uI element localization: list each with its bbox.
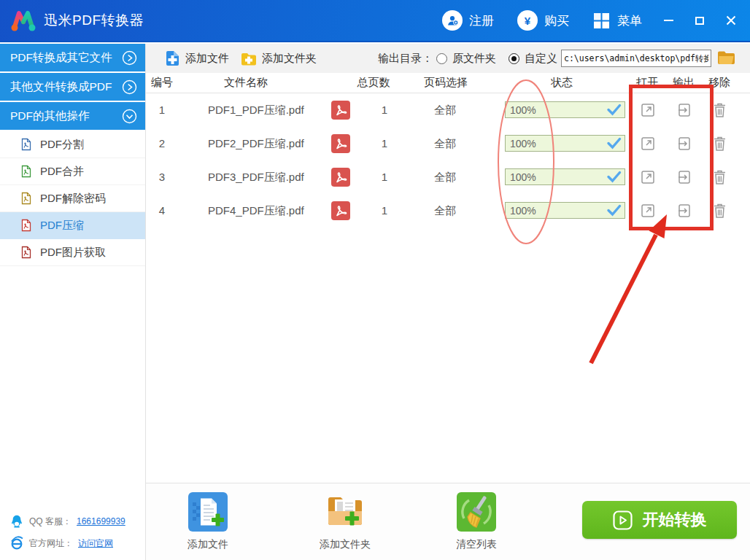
add-folder-icon <box>241 52 257 66</box>
chevron-right-circle-icon <box>122 50 137 66</box>
sidebar-footer: QQ 客服：1661699939 官方网址：访问官网 <box>9 507 125 551</box>
sidebar-item-label: PDF分割 <box>40 138 84 152</box>
open-external-icon <box>639 135 657 152</box>
progress-percent: 100% <box>510 138 536 149</box>
output-path-input[interactable] <box>561 50 711 67</box>
file-name: PDF4_PDF压缩.pdf <box>208 204 304 218</box>
app-logo-icon <box>9 7 37 34</box>
browse-folder-button[interactable] <box>717 50 735 65</box>
open-external-icon <box>639 168 657 186</box>
radio-custom-folder[interactable]: 自定义 <box>509 44 557 73</box>
remove-file-button[interactable] <box>711 202 728 219</box>
radio-off-icon <box>436 53 447 64</box>
qq-number-link[interactable]: 1661699939 <box>77 516 125 526</box>
add-folder-button[interactable]: 添加文件夹 <box>241 44 317 73</box>
pdf-doc-icon <box>20 192 32 205</box>
open-file-button[interactable] <box>639 135 657 152</box>
sidebar-section-pdf-other-ops[interactable]: PDF的其他操作 <box>0 102 145 130</box>
buy-label: 购买 <box>544 12 569 29</box>
minimize-button[interactable] <box>662 15 674 26</box>
page-count: 1 <box>382 171 387 183</box>
start-convert-label: 开始转换 <box>643 509 707 531</box>
col-header-no: 编号 <box>151 76 173 90</box>
row-number: 1 <box>159 104 165 116</box>
add-folder-big-label: 添加文件夹 <box>320 538 371 551</box>
add-folder-big-icon <box>325 492 365 532</box>
remove-file-button[interactable] <box>711 101 728 119</box>
window-controls <box>662 15 737 26</box>
check-icon <box>606 204 622 217</box>
sidebar-item-pdf-extract-images[interactable]: PDF图片获取 <box>0 239 145 266</box>
open-file-button[interactable] <box>639 101 657 119</box>
sidebar-item-label: PDF解除密码 <box>40 192 106 206</box>
sidebar-item-pdf-merge[interactable]: PDF合并 <box>0 158 145 185</box>
remove-file-button[interactable] <box>711 135 728 152</box>
row-number: 2 <box>159 137 165 149</box>
progress-bar: 100% <box>505 202 625 219</box>
grid-icon <box>592 12 611 30</box>
table-header: 编号 文件名称 总页数 页码选择 状态 打开 输出 移除 <box>146 73 750 93</box>
maximize-button[interactable] <box>694 15 705 26</box>
clear-list-big-button[interactable]: 清空列表 <box>436 492 517 551</box>
app-title: 迅米PDF转换器 <box>44 11 144 30</box>
progress-percent: 100% <box>510 104 536 116</box>
open-output-button[interactable] <box>676 168 693 186</box>
sidebar-section-pdf-to-other[interactable]: PDF转换成其它文件 <box>0 44 145 71</box>
register-button[interactable]: 注册 <box>442 10 494 31</box>
play-icon <box>613 510 633 530</box>
sidebar-section-other-to-pdf[interactable]: 其他文件转换成PDF <box>0 73 145 101</box>
sidebar-item-pdf-split[interactable]: PDF分割 <box>0 131 145 158</box>
official-site-link[interactable]: 访问官网 <box>78 537 113 550</box>
sidebar-item-label: PDF压缩 <box>40 219 84 233</box>
toolbar: 添加文件 添加文件夹 输出目录： 原文件夹 自定义 <box>146 44 750 73</box>
app-window: 迅米PDF转换器 注册 ¥ 购买 <box>0 0 750 560</box>
open-file-button[interactable] <box>639 168 657 186</box>
page-count: 1 <box>382 104 387 116</box>
sidebar-item-label: PDF合并 <box>40 165 84 179</box>
open-file-button[interactable] <box>639 202 657 219</box>
page-range: 全部 <box>434 137 456 151</box>
add-file-label: 添加文件 <box>185 52 229 66</box>
page-count: 1 <box>382 204 387 217</box>
clear-list-big-icon <box>457 492 496 532</box>
open-output-button[interactable] <box>676 101 693 119</box>
add-file-big-button[interactable]: 添加文件 <box>168 492 248 551</box>
col-header-range: 页码选择 <box>424 76 468 90</box>
progress-bar: 100% <box>505 101 625 118</box>
radio-original-folder[interactable]: 原文件夹 <box>436 44 496 73</box>
page-range: 全部 <box>434 104 456 117</box>
open-output-button[interactable] <box>676 135 693 152</box>
official-site-label: 官方网址： <box>29 537 73 550</box>
file-name: PDF1_PDF压缩.pdf <box>208 104 304 117</box>
file-name: PDF3_PDF压缩.pdf <box>208 171 304 184</box>
close-button[interactable] <box>725 15 737 26</box>
pdf-file-icon <box>331 134 350 153</box>
output-dir-label: 输出目录： <box>378 44 433 73</box>
menu-label: 菜单 <box>617 12 642 29</box>
add-file-button[interactable]: 添加文件 <box>165 44 229 73</box>
remove-file-button[interactable] <box>711 168 728 186</box>
sidebar-item-pdf-compress[interactable]: PDF压缩 <box>0 212 145 239</box>
table-row: 2 PDF2_PDF压缩.pdf 1 全部 100% <box>146 127 750 160</box>
radio-custom-label: 自定义 <box>525 52 557 66</box>
start-convert-button[interactable]: 开始转换 <box>582 501 737 539</box>
person-add-icon <box>442 10 463 31</box>
open-output-button[interactable] <box>676 202 693 219</box>
menu-button[interactable]: 菜单 <box>592 12 642 30</box>
browser-e-icon <box>9 536 24 551</box>
progress-bar: 100% <box>505 135 625 152</box>
add-file-big-icon <box>188 492 228 532</box>
sidebar-item-pdf-remove-password[interactable]: PDF解除密码 <box>0 185 145 212</box>
check-icon <box>606 104 622 116</box>
sidebar-item-label: PDF图片获取 <box>40 246 106 260</box>
titlebar-actions: 注册 ¥ 购买 菜单 <box>419 10 740 31</box>
buy-button[interactable]: ¥ 购买 <box>517 10 569 31</box>
col-header-pages: 总页数 <box>357 76 390 90</box>
radio-on-icon <box>509 53 519 64</box>
table-row: 1 PDF1_PDF压缩.pdf 1 全部 100% <box>146 93 750 127</box>
chevron-right-circle-icon <box>122 79 137 95</box>
radio-original-label: 原文件夹 <box>452 52 496 66</box>
add-folder-big-button[interactable]: 添加文件夹 <box>305 492 385 551</box>
pdf-file-icon <box>331 101 350 120</box>
folder-icon <box>717 50 735 65</box>
